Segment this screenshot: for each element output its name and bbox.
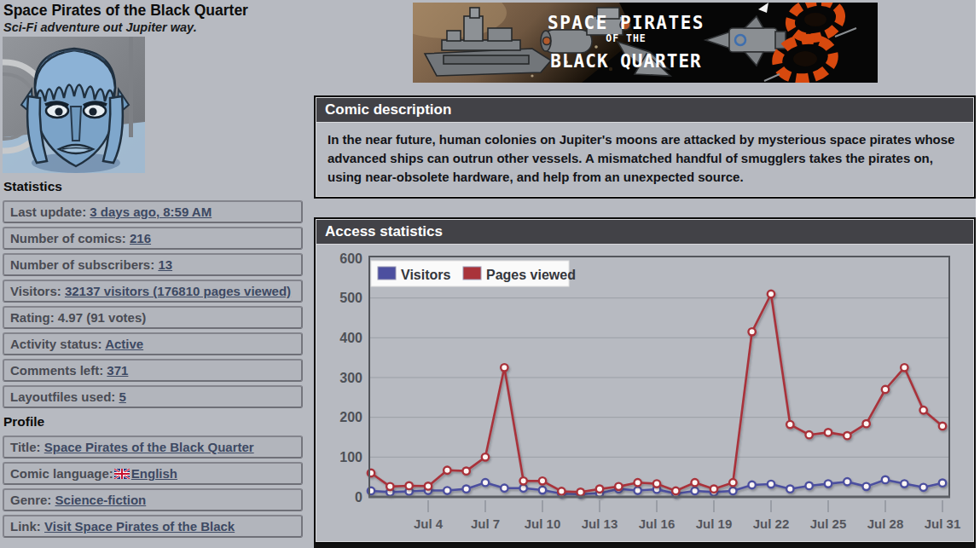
data-point	[634, 479, 641, 486]
data-point	[939, 423, 946, 430]
data-point	[768, 291, 774, 297]
last-update-link[interactable]: 3 days ago, 8:59 AM	[90, 205, 212, 219]
comic-description-header: Comic description	[316, 98, 973, 122]
data-point	[672, 487, 679, 494]
stat-row-layoutfiles-used: Layoutfiles used: 5	[3, 385, 303, 408]
stat-label: Activity status:	[10, 337, 102, 351]
stat-row-visitors: Visitors: 32137 visitors (176810 pages v…	[3, 280, 303, 303]
activity-status-link[interactable]: Active	[105, 337, 143, 351]
layoutfiles-link[interactable]: 5	[119, 389, 126, 404]
stat-row-rating: Rating: 4.97 (91 votes)	[3, 306, 303, 329]
data-point	[405, 482, 412, 489]
stat-row-last-update: Last update: 3 days ago, 8:59 AM	[3, 200, 303, 223]
data-point	[425, 482, 432, 489]
data-point	[444, 467, 450, 474]
stat-label: Visitors:	[10, 284, 61, 298]
y-axis-label: 300	[339, 371, 362, 385]
data-point	[805, 482, 812, 489]
profile-label: Link:	[10, 519, 41, 534]
data-point	[919, 407, 926, 413]
comics-count-link[interactable]: 216	[130, 231, 151, 245]
data-point	[482, 479, 489, 486]
profile-label: Comic language:	[10, 466, 113, 481]
legend-label: Visitors	[401, 268, 451, 282]
data-point	[844, 432, 850, 439]
rating-value: 4.97 (91 votes)	[58, 310, 146, 325]
data-point	[615, 483, 622, 490]
stat-row-number-of-comics: Number of comics: 216	[3, 227, 303, 250]
stat-label: Comments left:	[10, 363, 103, 378]
access-statistics-chart: 0100200300400500600Jul 4Jul 7Jul 10Jul 1…	[316, 245, 973, 541]
stat-label: Last update:	[10, 205, 86, 219]
data-point	[653, 480, 660, 487]
data-point	[634, 487, 641, 493]
data-point	[768, 481, 774, 487]
stat-row-number-of-subscribers: Number of subscribers: 13	[3, 253, 303, 276]
y-axis-label: 400	[339, 331, 362, 345]
genre-link[interactable]: Science-fiction	[55, 493, 147, 507]
x-axis-label: Jul 10	[525, 516, 561, 531]
x-axis-label: Jul 13	[582, 516, 618, 531]
legend-label: Pages viewed	[486, 268, 576, 282]
data-point	[862, 483, 869, 490]
visit-comic-link[interactable]: Visit Space Pirates of the Black	[44, 519, 235, 534]
access-statistics-panel: Access statistics 0100200300400500600Jul…	[314, 217, 976, 544]
plot-border	[369, 257, 949, 497]
data-point	[501, 364, 507, 371]
data-point	[501, 485, 507, 492]
visitors-link[interactable]: 32137 visitors (176810 pages viewed)	[65, 284, 291, 298]
data-point	[519, 485, 526, 492]
stat-row-activity-status: Activity status: Active	[3, 332, 303, 355]
data-point	[862, 420, 869, 427]
x-axis-label: Jul 25	[810, 516, 847, 531]
data-point	[786, 485, 793, 492]
series-pages-viewed	[368, 291, 946, 496]
sidebar: Space Pirates of the Black Quarter Sci-F…	[3, 0, 304, 541]
data-point	[444, 487, 450, 493]
data-point	[558, 487, 565, 494]
data-point	[729, 479, 736, 486]
data-point	[596, 485, 603, 492]
subscribers-count-link[interactable]: 13	[158, 257, 172, 272]
page-title: Space Pirates of the Black Quarter	[3, 2, 304, 20]
language-link[interactable]: English	[131, 466, 177, 481]
stat-label: Rating:	[10, 310, 55, 325]
data-point	[825, 429, 832, 436]
comic-profile-page: Space Pirates of the Black Quarter Sci-F…	[0, 0, 976, 548]
data-point	[882, 386, 889, 393]
data-point	[386, 483, 393, 490]
data-point	[805, 431, 812, 438]
data-point	[939, 479, 946, 486]
y-axis-label: 500	[339, 291, 362, 305]
data-point	[901, 364, 908, 371]
data-point	[710, 485, 717, 492]
comments-left-link[interactable]: 371	[107, 363, 128, 378]
profile-heading: Profile	[3, 413, 304, 430]
data-point	[462, 485, 469, 492]
data-point	[882, 476, 889, 483]
data-point	[748, 328, 755, 335]
data-point	[748, 482, 755, 488]
data-point	[901, 480, 908, 487]
data-point	[519, 477, 526, 484]
data-point	[462, 467, 469, 474]
y-axis-label: 100	[339, 450, 362, 464]
banner-line1: SPACE PIRATES	[548, 13, 705, 33]
stat-row-comments-left: Comments left: 371	[3, 359, 303, 382]
profile-row-language: Comic language: English	[3, 462, 303, 485]
comic-description-text: In the near future, human colonies on Ju…	[316, 123, 973, 196]
y-axis-label: 600	[339, 251, 362, 266]
data-point	[786, 421, 793, 428]
profile-row-genre: Genre: Science-fiction	[3, 488, 303, 511]
stat-label: Number of subscribers:	[10, 257, 154, 272]
next-section-edge	[314, 544, 976, 548]
comic-avatar	[3, 37, 145, 173]
legend-swatch	[463, 267, 481, 280]
data-point	[691, 479, 698, 486]
data-point	[844, 478, 850, 485]
uk-flag-icon	[114, 469, 130, 479]
x-axis-label: Jul 22	[753, 516, 790, 531]
stat-label: Layoutfiles used:	[10, 389, 115, 404]
comic-title-link[interactable]: Space Pirates of the Black Quarter	[44, 440, 254, 454]
comic-banner[interactable]: SPACE PIRATES OF THE BLACK QUARTER	[413, 3, 878, 83]
